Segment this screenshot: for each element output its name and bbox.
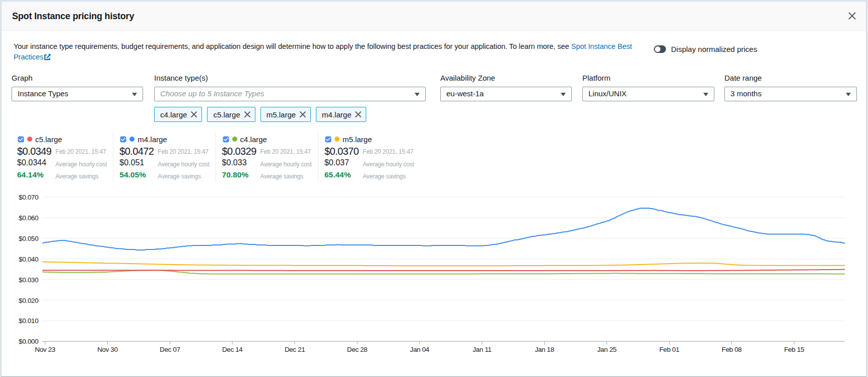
svg-text:Nov 30: Nov 30: [97, 346, 117, 353]
svg-text:Jan 18: Jan 18: [535, 346, 554, 353]
svg-text:$0.020: $0.020: [19, 297, 38, 304]
svg-text:$0.040: $0.040: [19, 256, 38, 263]
svg-text:$0.010: $0.010: [19, 317, 38, 325]
svg-text:Feb 08: Feb 08: [722, 346, 742, 353]
svg-text:$0.070: $0.070: [19, 194, 38, 201]
svg-text:$0.030: $0.030: [19, 276, 38, 284]
svg-text:Nov 23: Nov 23: [35, 346, 55, 353]
svg-text:$0.060: $0.060: [19, 214, 38, 222]
svg-text:Jan 04: Jan 04: [410, 346, 430, 353]
svg-text:Dec 07: Dec 07: [160, 346, 180, 353]
svg-text:$0.000: $0.000: [19, 338, 38, 345]
svg-text:Jan 11: Jan 11: [473, 346, 491, 353]
svg-text:Dec 21: Dec 21: [285, 346, 305, 353]
svg-text:Dec 14: Dec 14: [222, 346, 243, 353]
svg-text:Feb 01: Feb 01: [659, 346, 680, 353]
svg-text:Dec 28: Dec 28: [347, 346, 367, 353]
svg-text:$0.050: $0.050: [19, 235, 38, 242]
svg-text:Feb 15: Feb 15: [784, 346, 804, 353]
svg-text:Jan 25: Jan 25: [597, 346, 617, 353]
